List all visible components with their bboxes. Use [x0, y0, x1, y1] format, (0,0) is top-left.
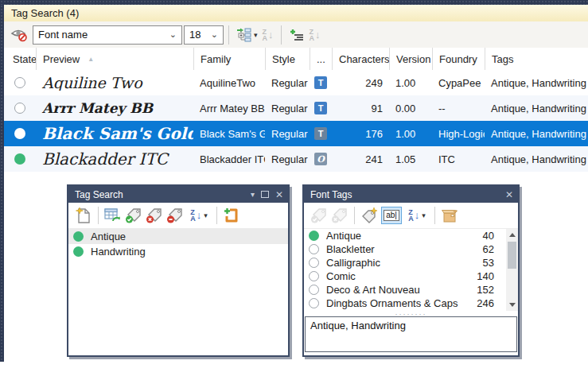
panel-float-button[interactable]: [261, 191, 269, 198]
font-tags-panel: Font Tags ✕: [302, 184, 520, 357]
font-preview: Black Sam's Gold: [36, 126, 193, 141]
tag-include-button[interactable]: [123, 206, 144, 225]
sort-za-icon: ZA: [408, 209, 414, 222]
font-preview: Aquiline Two: [36, 75, 193, 91]
list-item[interactable]: Dingbats Ornaments & Caps 246: [304, 297, 518, 310]
sort-groups-button[interactable]: ZA ↓: [260, 25, 276, 45]
scrollbar-thumb[interactable]: [508, 242, 516, 269]
font-tags-panel-titlebar[interactable]: Font Tags ✕: [304, 186, 518, 203]
selected-tags-textbox[interactable]: Antique, Handwriting: [305, 316, 517, 352]
list-item[interactable]: Comic 140: [304, 269, 518, 283]
tag-remove-button[interactable]: [165, 206, 185, 225]
table-row[interactable]: Aquiline Two AquilineTwo Regular T 249 1…: [4, 70, 588, 95]
tag-search-toolbar: ZA ↓ ▾: [68, 203, 288, 229]
list-item[interactable]: Handwriting: [68, 244, 288, 259]
tag-label: Dingbats Ornaments & Caps: [326, 297, 463, 309]
sort-tags-button[interactable]: ZA ↓ ▾: [403, 206, 430, 225]
truetype-icon: T: [314, 76, 327, 89]
tag-apply-button-disabled[interactable]: [309, 206, 329, 225]
vertical-scrollbar[interactable]: [506, 229, 518, 311]
tag-exclude-button[interactable]: [144, 206, 165, 225]
tag-label: Comic: [326, 270, 463, 282]
document-title: Tag Search (4): [11, 7, 79, 19]
preview-size-combobox[interactable]: 18 ⌄: [184, 25, 224, 45]
column-header-style[interactable]: Style: [265, 48, 310, 70]
column-header-type[interactable]: ...: [310, 48, 332, 70]
state-toggle[interactable]: [4, 128, 36, 139]
characters-cell: 91: [332, 103, 389, 114]
version-cell: 0.00: [389, 103, 432, 114]
tag-count: 62: [470, 243, 497, 255]
column-header-characters[interactable]: Characters: [332, 48, 389, 70]
grip-dots-icon: ········: [395, 312, 427, 316]
group-by-button[interactable]: ▾: [234, 25, 260, 45]
sort-za-icon: ZA: [190, 209, 196, 222]
toolbar-separator: [216, 207, 217, 224]
search-by-combobox[interactable]: Font name ⌄: [33, 25, 182, 45]
add-tag-group-button[interactable]: [221, 206, 242, 225]
panel-splitter[interactable]: ········: [304, 311, 518, 316]
list-item[interactable]: Antique: [68, 229, 288, 244]
sort-list-button[interactable]: ZA ↓: [307, 25, 323, 45]
table-row[interactable]: Blackadder ITC Blackadder ITC Regular O …: [4, 146, 588, 172]
state-toggle[interactable]: [4, 77, 36, 88]
add-list-icon: [289, 28, 305, 42]
tag-state-icon: [309, 271, 319, 281]
foundry-cell: ITC: [432, 153, 485, 165]
dropdown-caret-icon: ▾: [204, 211, 208, 219]
refresh-results-button[interactable]: [103, 206, 123, 225]
list-item[interactable]: Antique 40: [304, 229, 518, 242]
scroll-down-button[interactable]: [506, 299, 518, 311]
table-row-selected[interactable]: Black Sam's Gold Black Sam's Gold Regula…: [4, 121, 588, 146]
tag-minus-icon: [166, 207, 184, 224]
tag-remove-button-disabled[interactable]: [329, 206, 350, 225]
sort-tags-button[interactable]: ZA ↓ ▾: [185, 206, 212, 225]
style-cell: Regular: [265, 103, 310, 114]
tag-state-icon: [309, 298, 319, 308]
font-tags-list: Antique 40 Blackletter 62 Calligraphic 5…: [304, 229, 518, 311]
add-sort-level-button[interactable]: [286, 25, 307, 45]
state-toggle[interactable]: [4, 103, 36, 114]
list-item[interactable]: Calligraphic 53: [304, 256, 518, 269]
font-preview: Arrr Matey BB: [36, 100, 193, 116]
column-header-tags[interactable]: Tags: [485, 48, 588, 70]
type-cell: T: [310, 127, 332, 140]
version-cell: 1.00: [389, 77, 432, 89]
panel-title: Font Tags: [310, 189, 352, 200]
foundry-cell: CypaPee: [432, 77, 485, 89]
list-item[interactable]: Blackletter 62: [304, 242, 518, 256]
column-header-state[interactable]: State: [4, 48, 36, 70]
truetype-icon: T: [314, 127, 327, 140]
opentype-icon: O: [314, 153, 327, 165]
scroll-up-button[interactable]: [506, 229, 518, 241]
panel-close-button[interactable]: ✕: [275, 189, 283, 200]
state-circle-icon: [14, 128, 25, 139]
table-row[interactable]: Arrr Matey BB Arrr Matey BB Regular T 91…: [4, 95, 588, 121]
panel-menu-button[interactable]: ▾: [251, 190, 255, 199]
tag-search-panel-titlebar[interactable]: Tag Search ▾ ✕: [68, 186, 288, 203]
new-search-button[interactable]: [73, 206, 94, 225]
column-header-preview[interactable]: Preview ▲: [36, 48, 193, 70]
type-cell: O: [310, 153, 332, 165]
column-header-version[interactable]: Version: [389, 48, 432, 70]
style-cell: Regular: [265, 128, 310, 140]
tag-label: Deco & Art Nouveau: [326, 284, 463, 296]
tag-state-icon: [309, 258, 319, 268]
panel-close-button[interactable]: ✕: [505, 189, 513, 200]
column-header-foundry[interactable]: Foundry: [432, 48, 485, 70]
type-cell: T: [310, 76, 332, 89]
package-icon: [441, 207, 458, 223]
tag-state-icon: [309, 244, 319, 254]
state-toggle[interactable]: [4, 153, 36, 165]
list-item[interactable]: Deco & Art Nouveau 152: [304, 283, 518, 297]
hide-preview-button[interactable]: [8, 25, 30, 45]
new-tag-button[interactable]: [359, 206, 380, 225]
panel-title: Tag Search: [75, 189, 123, 200]
rename-icon: ab|: [381, 207, 402, 224]
tag-x-icon: [146, 207, 163, 224]
package-button[interactable]: [439, 206, 460, 225]
truetype-icon: T: [314, 102, 327, 114]
column-header-family[interactable]: Family: [193, 48, 265, 70]
tag-count: 140: [470, 270, 497, 282]
rename-tag-button[interactable]: ab|: [380, 206, 403, 225]
